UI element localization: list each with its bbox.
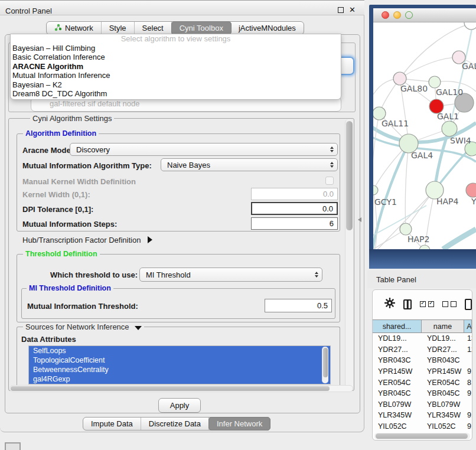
deselect-all-columns-icon[interactable] (442, 301, 457, 307)
export-table-icon[interactable] (465, 299, 472, 310)
panel-splitter-handle[interactable] (358, 217, 361, 222)
minimized-panel-icon[interactable] (5, 442, 21, 450)
network-node-label: GAL80 (400, 84, 428, 93)
table-cell: YBR043C (422, 355, 464, 366)
table-cell: YDR27... (422, 344, 464, 356)
which-threshold-combobox[interactable]: MI Threshold (139, 268, 322, 282)
table-cell: YDR27... (373, 344, 422, 356)
table-row[interactable]: YIL052CYIL052C9. (373, 421, 472, 432)
attribute-list-item[interactable]: TopologicalCoefficient (29, 356, 330, 365)
algorithm-option[interactable]: Dream8 DC_TDC Algorithm (11, 89, 341, 98)
table-row[interactable]: YDL19...YDL19...13 (373, 333, 472, 344)
tab-jactivemnodules[interactable]: jActiveMNodules (231, 22, 304, 34)
table-cell: YBR045C (373, 388, 422, 399)
table-cell: YPR145W (422, 366, 464, 377)
network-icon (54, 24, 62, 33)
sources-group-title[interactable]: Sources for Network Inference (23, 322, 144, 331)
algorithm-option[interactable]: Bayesian – Hill Climbing (11, 44, 341, 53)
close-traffic-light-icon[interactable] (382, 11, 389, 19)
table-column-header[interactable]: name (422, 320, 464, 332)
attribute-list-item[interactable]: BetweennessCentrality (29, 365, 330, 374)
network-node[interactable] (373, 107, 386, 120)
table-cell: YDL19... (422, 333, 464, 344)
table-cell (464, 399, 472, 410)
table-cell: 9. (464, 410, 472, 421)
select-all-columns-icon[interactable] (420, 301, 434, 307)
float-window-icon[interactable] (338, 7, 344, 13)
table-hscrollbar-track[interactable] (374, 433, 470, 439)
network-node[interactable] (393, 72, 406, 85)
network-node[interactable] (419, 245, 430, 249)
network-node-label: GAL11 (382, 119, 409, 128)
network-edge[interactable] (443, 229, 476, 249)
minimize-traffic-light-icon[interactable] (393, 11, 401, 19)
network-node[interactable] (464, 22, 476, 30)
algorithm-option[interactable]: Basic Correlation Inference (11, 53, 341, 61)
table-cell: YBL079W (422, 399, 464, 410)
tab-network[interactable]: Network (47, 22, 102, 34)
table-cell: YPR145W (373, 366, 422, 377)
algorithm-option[interactable]: Mutual Information Inference (11, 71, 341, 80)
algorithm-dropdown-popup: Select algorithm to view settings Bayesi… (10, 34, 341, 100)
tab-style[interactable]: Style (102, 22, 135, 34)
stepper-icon (330, 162, 334, 168)
disclosure-down-icon (135, 326, 142, 330)
network-node[interactable] (466, 183, 476, 197)
aracne-mode-combobox[interactable]: Discovery (70, 143, 338, 156)
table-row[interactable]: YBL079WYBL079W (373, 399, 472, 410)
hub-definition-toggle[interactable]: Hub/Transcription Factor Definition (22, 236, 152, 244)
algorithm-option[interactable]: ARACNE Algorithm (11, 62, 341, 71)
attribute-list-item[interactable]: gal4RGexp (29, 374, 330, 384)
tab-impute-data[interactable]: Impute Data (83, 418, 141, 430)
table-cell: 9. (464, 421, 472, 432)
columns-icon[interactable] (403, 299, 412, 309)
network-node[interactable] (429, 76, 441, 88)
apply-button[interactable]: Apply (158, 398, 201, 413)
tab-infer-network[interactable]: Infer Network (208, 417, 270, 431)
table-cell: YER054C (422, 377, 464, 388)
mi-type-combobox[interactable]: Naive Bayes (161, 158, 338, 171)
network-node[interactable] (400, 223, 412, 235)
node-table: shared...nameA YDL19...YDL19...13YDR27..… (373, 319, 472, 432)
mi-steps-field[interactable]: 6 (251, 217, 338, 230)
kernel-width-field[interactable]: 0.0 (251, 188, 338, 200)
table-column-header[interactable]: A (464, 320, 472, 332)
table-row[interactable]: YBR045CYBR045C9. (373, 388, 472, 399)
tab-cyni-toolbox[interactable]: Cyni Toolbox (171, 21, 232, 35)
stepper-icon (330, 146, 334, 152)
settings-hscrollbar-thumb[interactable] (11, 386, 330, 391)
data-attributes-list[interactable]: SelfLoopsTopologicalCoefficientBetweenne… (28, 345, 331, 384)
mi-threshold-field[interactable]: 0.5 (265, 299, 332, 312)
aracne-mode-label: Aracne Mode: (22, 146, 73, 155)
mi-steps-label: Mutual Information Steps: (22, 220, 117, 229)
gear-icon[interactable] (384, 298, 395, 311)
attribute-list-item[interactable]: SelfLoops (29, 346, 330, 356)
table-row[interactable]: YER054CYER054C8. (373, 377, 472, 388)
dpi-tolerance-field[interactable]: 0.0 (251, 202, 338, 215)
algorithm-definition-title: Algorithm Definition (23, 129, 99, 138)
zoom-traffic-light-icon[interactable] (405, 11, 413, 19)
mi-type-label: Mutual Information Algorithm Type: (22, 161, 152, 170)
network-node-label: HAP2 (407, 234, 429, 244)
tab-select[interactable]: Select (135, 22, 172, 34)
network-node[interactable] (442, 121, 457, 136)
close-icon[interactable]: ✕ (349, 5, 356, 14)
network-node[interactable] (373, 185, 378, 195)
algorithm-option[interactable]: Bayesian – K2 (11, 80, 341, 89)
network-canvas[interactable]: GALGAL80GAL10GAL1GAL11SWI4GAL4GCY1HAP4YH… (373, 22, 476, 249)
table-row[interactable]: YPR145WYPR145W9. (373, 366, 472, 377)
manual-kernel-checkbox[interactable] (325, 177, 334, 185)
table-row[interactable]: YLR345WYLR345W9. (373, 410, 472, 421)
attributes-scrollbar-thumb[interactable] (323, 348, 328, 377)
table-cell: 12 (464, 344, 472, 356)
table-column-header[interactable]: shared... (373, 320, 422, 332)
table-row[interactable]: YDR27...YDR27...12 (373, 344, 472, 356)
table-hscrollbar-thumb[interactable] (376, 433, 468, 439)
network-edge[interactable] (373, 113, 379, 190)
algorithm-dropdown-list: Bayesian – Hill ClimbingBasic Correlatio… (11, 44, 341, 98)
tab-discretize-data[interactable]: Discretize Data (141, 418, 209, 430)
settings-scrollbar-thumb[interactable] (346, 121, 353, 230)
table-row[interactable]: YBR043CYBR043C (373, 355, 472, 366)
mi-threshold-group-title: MI Threshold Definition (27, 284, 113, 292)
network-window-titlebar[interactable] (373, 8, 476, 22)
